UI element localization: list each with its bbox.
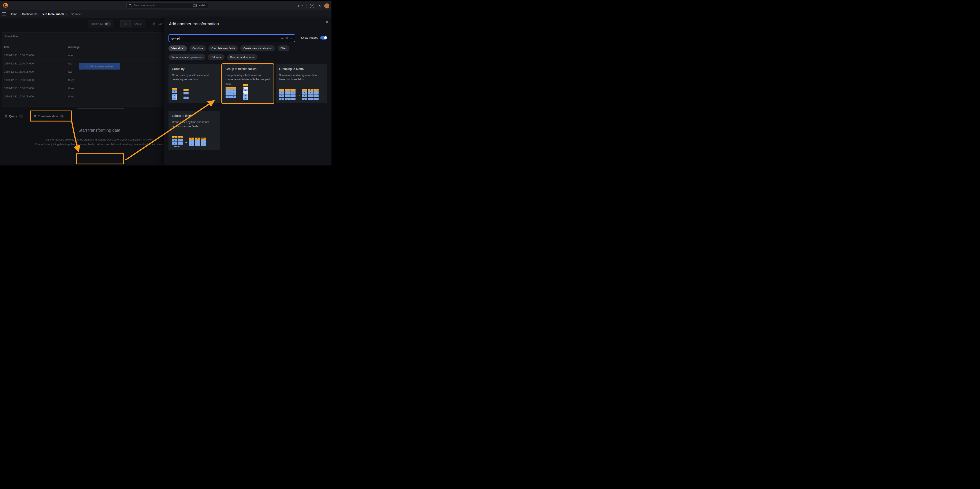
card-description: Group data by a field value and create n… [226, 73, 270, 86]
icon-table-cell: 2 [183, 97, 189, 99]
icon-table: 122cdef [279, 89, 296, 100]
show-images-control: Show images [301, 36, 327, 40]
icon-table-group: 245 [243, 92, 248, 100]
card-description: Group series by time and return labels o… [172, 120, 217, 129]
grafana-logo-icon[interactable] [3, 3, 8, 8]
filter-pill[interactable]: Calculate new fields [208, 45, 238, 51]
card-illustration: a12blabel=1→a12blabel11 [172, 136, 206, 147]
icon-table: abc1d2ef [302, 89, 318, 100]
transformation-search-input[interactable]: group 4 / 30 × [169, 34, 295, 42]
icon-table: 122 [172, 88, 177, 100]
breadcrumb: Home›Dashboards›sub table subbb›Edit pan… [10, 13, 81, 16]
shortcut-label: cmd+k [198, 4, 206, 7]
icon-table-cell: f [290, 98, 296, 100]
transformation-card[interactable]: Group byGroup data by a field value and … [169, 64, 220, 103]
icon-table-cell: 2 [226, 95, 231, 98]
card-title: Grouping to Matrix [279, 67, 324, 71]
icon-table-cell: 1 [183, 92, 189, 94]
icon-table-cell: 2 [226, 92, 231, 95]
new-button[interactable]: + [297, 4, 303, 8]
news-rss-icon[interactable] [317, 4, 321, 8]
icon-table-caption: label=1 [174, 145, 180, 147]
filter-pill[interactable]: Reorder and rename [227, 54, 257, 60]
icon-table-cell: 1 [172, 90, 177, 93]
transformation-card[interactable]: Labels to fieldsGroup series by time and… [169, 111, 220, 150]
icon-table-cell [308, 98, 313, 100]
icon-table-header [231, 87, 236, 89]
icon-table: 12 [183, 89, 189, 99]
icon-table-cell: 2 [189, 143, 194, 146]
icon-table-cell: 5 [231, 95, 236, 98]
filter-pill[interactable]: Filter [278, 45, 290, 51]
breadcrumb-item[interactable]: Edit panel [69, 13, 81, 16]
filter-pill[interactable]: Perform spatial operations [169, 54, 205, 60]
icon-table-cell: 2 [172, 142, 177, 145]
icon-table-cell [285, 94, 290, 97]
chevron-down-icon [301, 5, 303, 7]
icon-table-header: b [195, 138, 200, 140]
global-search-input[interactable] [134, 3, 191, 7]
add-transformation-drawer: Add another transformation × group 4 / 3… [164, 18, 331, 165]
icon-table-cell: 4 [243, 94, 248, 97]
icon-table-cell: c [285, 98, 290, 100]
search-result-counter: 4 / 30 [281, 37, 288, 40]
arrow-right-icon: → [238, 90, 241, 94]
clear-search-icon[interactable]: × [291, 37, 292, 40]
keyboard-icon [193, 4, 197, 7]
filter-pill[interactable]: Reformat [208, 54, 224, 60]
card-title: Group by [172, 67, 217, 71]
icon-table-cell: 4 [231, 92, 236, 95]
card-illustration: 122→12 [172, 88, 189, 100]
icon-table-cell [308, 94, 313, 97]
icon-table-cell: d [308, 91, 313, 94]
filter-pill[interactable]: Combine [189, 45, 206, 51]
icon-table-header [243, 84, 248, 86]
icon-table-cell: e [313, 94, 318, 97]
transformation-card[interactable]: Group to nested tablesGroup data by a fi… [222, 64, 274, 103]
icon-table-cell: 1 [279, 91, 284, 94]
icon-table-cell [313, 91, 318, 94]
user-avatar[interactable] [324, 3, 329, 8]
icon-table-cell: 1 [189, 140, 194, 143]
global-search-box[interactable]: cmd+k [126, 2, 208, 8]
icon-table-cell: 1 [200, 140, 206, 143]
search-icon [129, 4, 132, 7]
menu-icon[interactable] [2, 13, 6, 16]
breadcrumb-item[interactable]: Home [10, 13, 18, 16]
filter-pills-row2: Perform spatial operationsReformatReorde… [169, 54, 258, 60]
grafana-screen: cmd+k + ? Home›Dashboa [0, 0, 331, 165]
icon-table-header [302, 89, 307, 91]
filter-pill[interactable]: Create new visualization [240, 45, 275, 51]
card-description: Group data by a field value and create a… [172, 73, 217, 82]
icon-table-cell: 1 [200, 143, 206, 146]
text-caret [179, 37, 180, 40]
top-actions: + ? [297, 1, 329, 11]
help-icon[interactable]: ? [310, 4, 314, 8]
show-images-toggle[interactable] [320, 36, 327, 40]
icon-table-cell: d [290, 91, 296, 94]
breadcrumb-item[interactable]: sub table subbb [42, 13, 64, 16]
breadcrumb-item[interactable]: Dashboards [22, 13, 37, 16]
card-illustration: 122cdef→abc1d2ef [279, 89, 318, 100]
transformation-card[interactable]: Grouping to MatrixSummarize and reorgani… [276, 64, 327, 103]
top-navbar: cmd+k + ? [0, 1, 331, 10]
icon-table: 122345 [226, 87, 236, 98]
checkmark-icon: ✓ [182, 47, 184, 50]
arrow-right-icon: → [185, 140, 188, 144]
icon-table-header [172, 88, 177, 90]
icon-table: a12blabel=1 [172, 136, 183, 147]
icon-table-cell: 5 [243, 97, 248, 100]
icon-table-cell: 2 [172, 97, 177, 100]
show-images-label: Show images [301, 36, 318, 39]
icon-table-header: label [200, 138, 206, 140]
icon-table-cell [178, 142, 183, 145]
close-icon[interactable]: × [326, 20, 328, 24]
icon-table-header: a [172, 136, 177, 138]
icon-table-cell: e [290, 94, 296, 97]
breadcrumb-bar: Home›Dashboards›sub table subbb›Edit pan… [0, 10, 331, 18]
icon-table-cell [178, 139, 183, 141]
filter-pill[interactable]: View all✓ [169, 45, 187, 51]
icon-table-cell: 3 [243, 89, 248, 91]
icon-table-header [285, 89, 290, 91]
icon-table-cell: 3 [231, 89, 236, 92]
